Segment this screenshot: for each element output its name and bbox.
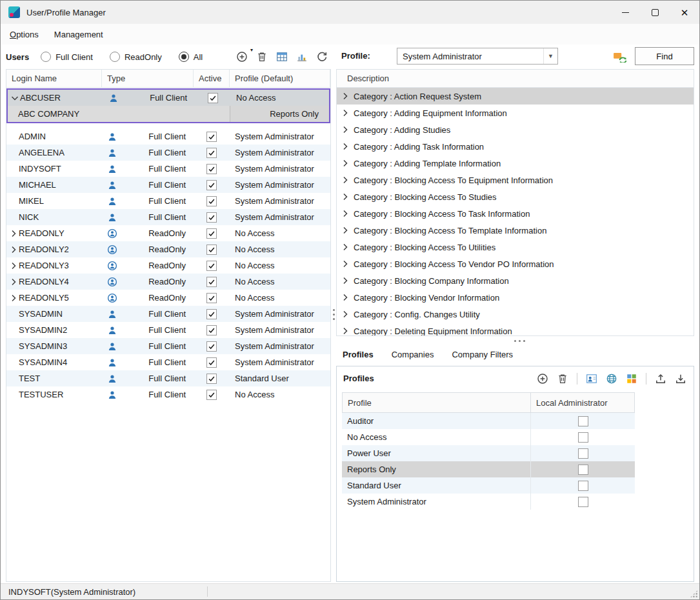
category-row[interactable]: Category : Deleting Equipment Informatio… [337,323,694,336]
chevron-right-icon[interactable] [340,326,350,336]
sync-profile-button[interactable] [612,50,628,64]
local-admin-checkbox[interactable] [578,465,588,475]
column-header-login-name[interactable]: Login Name [6,70,102,87]
profile-user-button[interactable] [584,371,599,386]
profile-web-button[interactable] [604,371,619,386]
active-checkbox[interactable] [206,164,217,174]
active-checkbox[interactable] [206,228,217,239]
category-row[interactable]: Category : Adding Equipment Information [337,105,694,121]
tab-companies[interactable]: Companies [392,350,434,359]
filter-full-client[interactable]: Full Client [41,52,93,62]
active-checkbox[interactable] [206,325,217,335]
find-button[interactable]: Find [635,47,694,65]
users-grid-button[interactable] [274,49,290,65]
local-admin-checkbox[interactable] [578,481,588,491]
user-row[interactable]: READONLY3ReadOnlyNo Access [6,257,330,274]
profile-row-item[interactable]: No Access [342,429,635,445]
category-row[interactable]: Category : Blocking Access To Studies [337,188,694,205]
users-chart-button[interactable] [294,49,310,65]
panel-splitter[interactable] [332,309,335,322]
filter-all[interactable]: All [179,52,203,62]
active-checkbox[interactable] [206,212,217,223]
local-admin-checkbox[interactable] [578,416,588,426]
category-row[interactable]: Category : Blocking Access To Utilities [337,239,694,255]
profile-row-item[interactable]: Reports Only [342,461,635,477]
user-row[interactable]: SYSADMIN3Full ClientSystem Administrator [6,338,330,354]
user-row[interactable]: TESTFull ClientStandard User [6,370,330,386]
category-row[interactable]: Category : Blocking Vendor Information [337,289,694,306]
active-checkbox[interactable] [206,293,217,303]
user-row[interactable]: NICKFull ClientSystem Administrator [6,209,330,225]
active-checkbox[interactable] [206,341,217,352]
chevron-right-icon[interactable] [340,259,350,269]
chevron-right-icon[interactable] [8,277,19,287]
user-row[interactable]: SYSADMINFull ClientSystem Administrator [6,306,330,322]
chevron-right-icon[interactable] [340,225,350,235]
company-row[interactable]: ABC COMPANYReports Only [8,106,329,122]
profile-grid-button[interactable] [624,371,639,386]
category-row[interactable]: Category : Blocking Access To Vendor PO … [337,255,694,272]
menu-options[interactable]: Options [10,30,39,39]
category-row[interactable]: Category : Action Request System [337,88,694,105]
user-row[interactable]: SYSADMIN2Full ClientSystem Administrator [6,322,330,338]
category-row[interactable]: Category : Blocking Access To Task Infor… [337,205,694,222]
category-row[interactable]: Category : Adding Studies [337,121,694,138]
chevron-right-icon[interactable] [340,192,350,202]
chevron-down-icon[interactable] [10,93,20,103]
export-profiles-button[interactable] [653,371,668,386]
category-row[interactable]: Category : Blocking Access To Template I… [337,222,694,239]
menu-management[interactable]: Management [54,30,103,39]
chevron-right-icon[interactable] [340,108,350,118]
user-row[interactable]: ABCUSERFull ClientNo Access [8,90,329,106]
chevron-right-icon[interactable] [340,91,350,101]
category-row[interactable]: Category : Blocking Company Information [337,272,694,289]
column-header-type[interactable]: Type [102,70,194,87]
tab-company-filters[interactable]: Company Filters [452,350,513,359]
active-checkbox[interactable] [206,148,217,158]
chevron-right-icon[interactable] [8,293,19,303]
user-row[interactable]: ADMINFull ClientSystem Administrator [6,128,330,145]
chevron-right-icon[interactable] [8,245,19,255]
active-checkbox[interactable] [206,180,217,190]
local-admin-checkbox[interactable] [578,448,588,459]
user-row[interactable]: READONLY4ReadOnlyNo Access [6,274,330,290]
user-row[interactable]: TESTUSERFull ClientNo Access [6,386,330,403]
active-checkbox[interactable] [206,196,217,206]
delete-user-button[interactable] [254,49,270,65]
active-checkbox[interactable] [206,357,217,368]
local-admin-checkbox[interactable] [578,432,588,443]
chevron-right-icon[interactable] [340,275,350,286]
active-checkbox[interactable] [206,309,217,319]
user-row[interactable]: MICHAELFull ClientSystem Administrator [6,177,330,193]
user-row[interactable]: READONLY5ReadOnlyNo Access [6,290,330,306]
profile-row-item[interactable]: Auditor [342,413,635,429]
active-checkbox[interactable] [206,374,217,384]
maximize-button[interactable] [640,1,670,24]
active-checkbox[interactable] [206,390,217,400]
chevron-right-icon[interactable] [340,292,350,303]
import-profiles-button[interactable] [673,371,688,386]
minimize-button[interactable] [610,1,640,24]
detail-splitter[interactable] [336,337,694,344]
user-row[interactable]: SYSADMIN4Full ClientSystem Administrator [6,354,330,370]
chevron-right-icon[interactable] [340,208,350,219]
profile-row-item[interactable]: Power User [342,445,635,461]
category-row[interactable]: Category : Config. Changes Utility [337,306,694,323]
close-button[interactable]: ✕ [670,1,699,24]
active-checkbox[interactable] [206,261,217,271]
category-row[interactable]: Category : Adding Template Information [337,155,694,172]
description-column-header[interactable]: Description [337,70,694,88]
user-row[interactable]: READONLY2ReadOnlyNo Access [6,241,330,257]
add-profile-button[interactable] [535,371,550,386]
column-header-active[interactable]: Active [194,70,230,87]
column-header-profile-default[interactable]: Profile (Default) [230,70,330,87]
active-checkbox[interactable] [206,277,217,287]
add-user-button[interactable]: ▾ [234,49,250,65]
user-row[interactable]: READONLYReadOnlyNo Access [6,225,330,241]
refresh-button[interactable] [314,49,330,65]
chevron-right-icon[interactable] [8,261,19,271]
chevron-right-icon[interactable] [340,242,350,252]
chevron-right-icon[interactable] [340,309,350,319]
active-checkbox[interactable] [206,245,217,255]
user-row[interactable]: INDYSOFTFull ClientSystem Administrator [6,161,330,177]
